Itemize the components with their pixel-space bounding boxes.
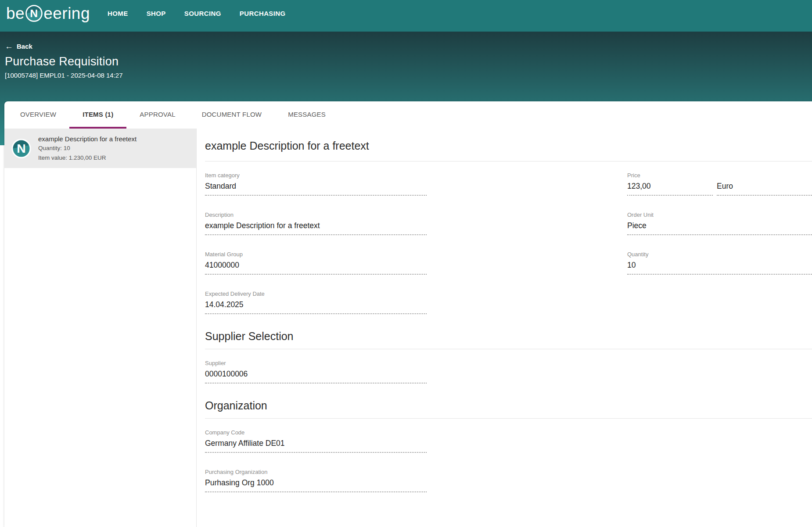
organization-section: Organization Company Code Germany Affili…: [205, 399, 812, 492]
nav-item-purchasing[interactable]: PURCHASING: [240, 10, 286, 17]
description-field-group: Description example Description for a fr…: [205, 212, 427, 235]
purchasing-organization-field[interactable]: Purhasing Org 1000: [205, 478, 427, 492]
tab-overview[interactable]: OVERVIEW: [7, 101, 69, 129]
item-detail-title: example Description for a freetext: [205, 140, 812, 152]
title-divider: [205, 161, 812, 161]
list-item-title: example Description for a freetext: [38, 134, 137, 143]
field-label: Quantity: [627, 251, 812, 258]
tab-bar: OVERVIEW ITEMS (1) APPROVAL DOCUMENT FLO…: [4, 101, 812, 129]
expected-delivery-date-field[interactable]: 14.04.2025: [205, 300, 427, 314]
field-label: Company Code: [205, 429, 427, 436]
item-form: Item category Standard Description examp…: [205, 172, 812, 314]
tab-messages[interactable]: MESSAGES: [275, 101, 339, 129]
quantity-field[interactable]: 10: [627, 261, 812, 275]
brand-logo-text-post: eering: [43, 5, 90, 22]
list-item[interactable]: N example Description for a freetext Qua…: [4, 129, 196, 168]
order-unit-field-group: Order Unit Piece: [627, 212, 812, 235]
item-detail-panel: example Description for a freetext Item …: [197, 129, 812, 527]
svg-text:N: N: [17, 141, 26, 155]
tab-items[interactable]: ITEMS (1): [69, 101, 126, 129]
company-code-field[interactable]: Germany Affiliate DE01: [205, 439, 427, 453]
field-label: Purchasing Organization: [205, 469, 427, 475]
section-divider: [205, 349, 812, 349]
items-sidebar: N example Description for a freetext Qua…: [4, 129, 197, 527]
back-arrow-icon: ←: [5, 42, 13, 50]
nav-item-home[interactable]: HOME: [108, 10, 128, 17]
list-item-text: example Description for a freetext Quant…: [38, 134, 137, 162]
purchasing-organization-field-group: Purchasing Organization Purhasing Org 10…: [205, 469, 427, 492]
field-label: Order Unit: [627, 212, 812, 218]
company-code-field-group: Company Code Germany Affiliate DE01: [205, 429, 427, 453]
back-label: Back: [17, 43, 32, 50]
field-label: Material Group: [205, 251, 427, 258]
field-label: Description: [205, 212, 427, 218]
list-item-quantity: Quantity: 10: [38, 143, 137, 153]
item-logo-icon: N: [11, 138, 32, 159]
order-unit-field[interactable]: Piece: [627, 221, 812, 235]
price-field-group: Price 123,00 Euro: [627, 172, 812, 196]
back-button[interactable]: ← Back: [5, 42, 32, 50]
svg-text:N: N: [30, 7, 38, 19]
top-nav: be N eering HOME SHOP SOURCING PURCHASIN…: [0, 0, 812, 32]
field-label: Expected Delivery Date: [205, 290, 427, 297]
content-card: OVERVIEW ITEMS (1) APPROVAL DOCUMENT FLO…: [4, 101, 812, 527]
supplier-selection-section: Supplier Selection Supplier 0000100006: [205, 330, 812, 384]
nav-menu: HOME SHOP SOURCING PURCHASING: [108, 10, 304, 17]
section-divider: [205, 418, 812, 419]
tab-approval[interactable]: APPROVAL: [126, 101, 188, 129]
supplier-field[interactable]: 0000100006: [205, 369, 427, 384]
brand-logo-icon: N: [25, 4, 43, 22]
nav-item-shop[interactable]: SHOP: [147, 10, 166, 17]
field-label: Supplier: [205, 360, 427, 366]
material-group-field[interactable]: 41000000: [205, 261, 427, 275]
nav-item-sourcing[interactable]: SOURCING: [184, 10, 221, 17]
price-field[interactable]: 123,00: [627, 182, 713, 196]
supplier-selection-title: Supplier Selection: [205, 330, 812, 343]
expected-delivery-date-field-group: Expected Delivery Date 14.04.2025: [205, 290, 427, 314]
list-item-value: Item value: 1.230,00 EUR: [38, 153, 137, 163]
material-group-field-group: Material Group 41000000: [205, 251, 427, 275]
description-field[interactable]: example Description for a freetext: [205, 221, 427, 235]
item-category-field-group: Item category Standard: [205, 172, 427, 196]
organization-title: Organization: [205, 399, 812, 412]
quantity-field-group: Quantity 10: [627, 251, 812, 275]
brand-logo[interactable]: be N eering: [6, 4, 90, 22]
page-title: Purchase Requisition: [5, 55, 812, 68]
brand-logo-text-pre: be: [6, 5, 25, 22]
supplier-field-group: Supplier 0000100006: [205, 360, 427, 384]
price-unit-field[interactable]: Euro: [717, 182, 812, 196]
tab-document-flow[interactable]: DOCUMENT FLOW: [189, 101, 275, 129]
item-category-field[interactable]: Standard: [205, 182, 427, 196]
field-label: Price: [627, 172, 812, 179]
field-label: Item category: [205, 172, 427, 179]
document-subtitle: [10005748] EMPL01 - 2025-04-08 14:27: [5, 72, 812, 79]
